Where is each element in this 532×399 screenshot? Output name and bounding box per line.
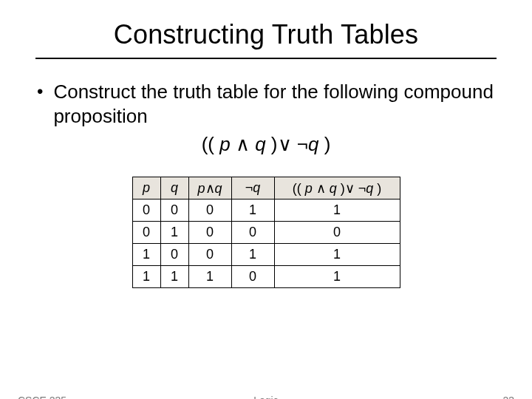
bullet-item: • Construct the truth table for the foll… xyxy=(35,80,497,129)
footer-topic: Logic xyxy=(0,395,532,399)
cell-q: 1 xyxy=(160,266,188,288)
title-underline xyxy=(35,58,497,59)
cell-pq: 0 xyxy=(188,200,231,222)
table-row: 11101 xyxy=(132,266,400,288)
table-header-row: p q p∧q ¬q (( p ∧ q )∨ ¬q ) xyxy=(132,177,400,200)
page-title: Constructing Truth Tables xyxy=(0,19,532,50)
cell-nq: 0 xyxy=(231,222,274,244)
footer-course-code: CSCE 235 xyxy=(18,395,66,399)
cell-full: 1 xyxy=(274,200,400,222)
cell-p: 1 xyxy=(132,266,160,288)
truth-table-container: p q p∧q ¬q (( p ∧ q )∨ ¬q ) 000110100010… xyxy=(0,177,532,288)
cell-pq: 1 xyxy=(188,266,231,288)
col-header-full: (( p ∧ q )∨ ¬q ) xyxy=(274,177,400,200)
slide-footer: CSCE 235 Logic 23 xyxy=(0,395,532,399)
bullet-text: Construct the truth table for the follow… xyxy=(53,80,497,129)
bullet-marker: • xyxy=(37,80,43,103)
cell-p: 0 xyxy=(132,222,160,244)
truth-table: p q p∧q ¬q (( p ∧ q )∨ ¬q ) 000110100010… xyxy=(132,177,400,288)
cell-nq: 0 xyxy=(231,266,274,288)
compound-proposition-formula: (( p ∧ q )∨ ¬q ) xyxy=(35,133,497,156)
cell-q: 0 xyxy=(160,200,188,222)
col-header-q: q xyxy=(160,177,188,200)
cell-p: 1 xyxy=(132,244,160,266)
cell-p: 0 xyxy=(132,200,160,222)
col-header-notq: ¬q xyxy=(231,177,274,200)
cell-pq: 0 xyxy=(188,222,231,244)
body-content: • Construct the truth table for the foll… xyxy=(35,80,497,156)
cell-nq: 1 xyxy=(231,200,274,222)
cell-full: 1 xyxy=(274,266,400,288)
footer-page-number: 23 xyxy=(502,395,514,399)
table-row: 10011 xyxy=(132,244,400,266)
col-header-pandq: p∧q xyxy=(188,177,231,200)
cell-q: 0 xyxy=(160,244,188,266)
table-row: 00011 xyxy=(132,200,400,222)
cell-nq: 1 xyxy=(231,244,274,266)
truth-table-body: 00011010001001111101 xyxy=(132,200,400,288)
cell-full: 0 xyxy=(274,222,400,244)
col-header-p: p xyxy=(132,177,160,200)
cell-pq: 0 xyxy=(188,244,231,266)
table-row: 01000 xyxy=(132,222,400,244)
cell-q: 1 xyxy=(160,222,188,244)
cell-full: 1 xyxy=(274,244,400,266)
